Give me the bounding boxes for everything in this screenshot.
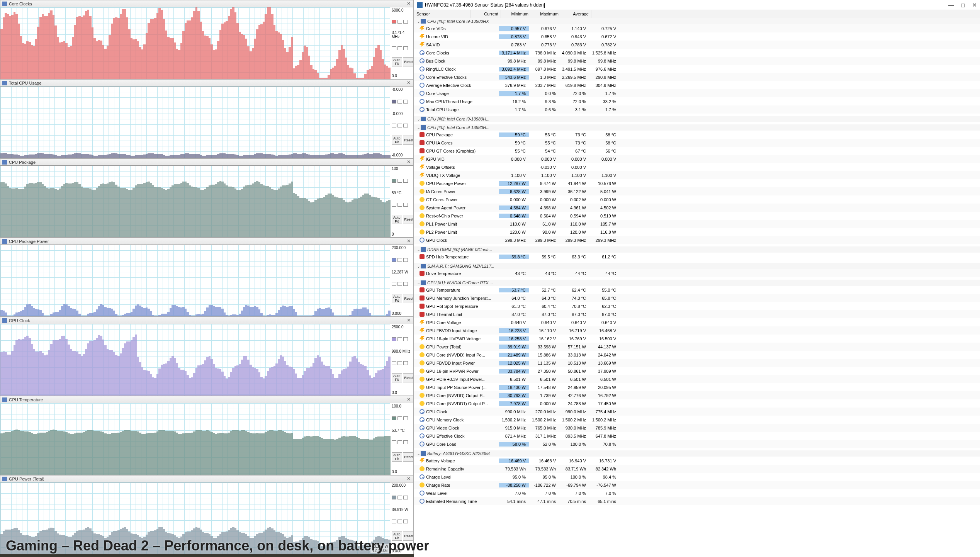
sensor-row[interactable]: GPU Core Load 58.0 % 52.0 % 100.0 % 70.8… (414, 440, 980, 448)
swatch-empty[interactable] (403, 46, 408, 50)
sensor-row[interactable]: CPU Package Power 12.287 W 9.474 W 41.94… (414, 179, 980, 187)
series-swatch[interactable] (392, 100, 396, 104)
autofit-button[interactable]: Auto Fit (392, 215, 402, 224)
expand-icon[interactable]: ⌄ (416, 19, 421, 24)
autofit-button[interactable]: Auto Fit (392, 373, 402, 382)
sensor-row[interactable]: GPU Power (Total) 39.919 W 33.598 W 57.1… (414, 343, 980, 351)
sensor-row[interactable]: GPU Memory Junction Temperat... 64.0 °C … (414, 294, 980, 302)
chart-close-icon[interactable]: ✕ (406, 1, 411, 7)
sensor-row[interactable]: Remaining Capacity 79.533 Wh 79.533 Wh 8… (414, 465, 980, 473)
sensor-row[interactable]: GPU 16-pin HVPWR Voltage 16.258 V 16.162… (414, 335, 980, 343)
sensor-row[interactable]: Rest-of-Chip Power 0.548 W 0.504 W 0.594… (414, 212, 980, 220)
swatch-empty[interactable] (403, 282, 408, 286)
sensor-row[interactable]: Total CPU Usage 1.7 % 0.6 % 3.1 % 1.7 % (414, 105, 980, 114)
sensor-row[interactable]: Charge Level 95.0 % 95.0 % 100.0 % 98.4 … (414, 473, 980, 481)
sensor-row[interactable]: Uncore VID 0.878 V 0.658 V 0.943 V 0.672… (414, 32, 980, 41)
swatch-empty[interactable] (397, 203, 402, 207)
swatch-empty[interactable] (392, 124, 396, 127)
autofit-button[interactable]: Auto Fit (392, 294, 402, 303)
sensor-row[interactable]: PL1 Power Limit 110.0 W 61.0 W 110.0 W 1… (414, 220, 980, 228)
chart-close-icon[interactable]: ✕ (406, 318, 411, 323)
sensor-group[interactable]: ⌄CPU [#0]: Intel Core i9-13980HX (414, 18, 980, 24)
chart-header[interactable]: GPU Power (Total) ✕ (0, 475, 413, 482)
sensor-row[interactable]: iGPU VID 0.000 V 0.000 V 0.000 V 0.000 V (414, 155, 980, 163)
maximize-button[interactable]: ◻ (961, 2, 965, 8)
swatch-empty[interactable] (403, 496, 408, 499)
sensor-row[interactable]: GPU FBVDD Input Voltage 16.228 V 16.110 … (414, 326, 980, 335)
swatch-empty[interactable] (392, 46, 396, 50)
swatch-empty[interactable] (397, 416, 402, 420)
swatch-empty[interactable] (392, 203, 396, 207)
sensor-row[interactable]: GPU Core (NVVDD) Input Po... 21.489 W 15… (414, 351, 980, 359)
sensor-row[interactable]: Bus Clock 99.8 MHz 99.8 MHz 99.8 MHz 99.… (414, 57, 980, 65)
sensor-row[interactable]: Estimated Remaining Time 54.1 mins 47.1 … (414, 497, 980, 505)
swatch-empty[interactable] (403, 20, 408, 24)
chart-close-icon[interactable]: ✕ (406, 476, 411, 482)
swatch-empty[interactable] (403, 100, 408, 104)
series-swatch[interactable] (392, 337, 396, 341)
series-swatch[interactable] (392, 258, 396, 262)
series-swatch[interactable] (392, 179, 396, 183)
sensor-row[interactable]: Average Effective Clock 376.9 MHz 233.7 … (414, 81, 980, 89)
expand-icon[interactable]: ⌄ (416, 248, 421, 252)
swatch-empty[interactable] (397, 20, 402, 24)
sensor-row[interactable]: GPU Clock 990.0 MHz 270.0 MHz 990.0 MHz … (414, 408, 980, 416)
swatch-empty[interactable] (403, 124, 408, 127)
swatch-empty[interactable] (397, 100, 402, 104)
swatch-empty[interactable] (397, 361, 402, 365)
sensor-row[interactable]: GPU Effective Clock 871.4 MHz 317.1 MHz … (414, 432, 980, 440)
sensor-row[interactable]: GPU Thermal Limit 87.0 °C 87.0 °C 87.0 °… (414, 310, 980, 318)
chart-header[interactable]: GPU Temperature ✕ (0, 396, 413, 403)
sensor-row[interactable]: Ring/LLC Clock 3,092.4 MHz 897.8 MHz 3,4… (414, 65, 980, 73)
reset-button[interactable]: Reset (403, 215, 413, 224)
sensor-row[interactable]: GPU Clock 299.3 MHz 299.3 MHz 299.3 MHz … (414, 236, 980, 244)
sensor-row[interactable]: GPU PCIe +3.3V Input Power... 6.501 W 6.… (414, 375, 980, 383)
sensor-row[interactable]: Core Effective Clocks 343.6 MHz 1.3 MHz … (414, 73, 980, 81)
sensor-row[interactable]: GPU FBVDD Input Power 12.025 W 11.135 W … (414, 359, 980, 367)
swatch-empty[interactable] (403, 337, 408, 341)
expand-icon[interactable]: ⌄ (416, 281, 421, 285)
reset-button[interactable]: Reset (403, 294, 413, 303)
sensor-group[interactable]: ⌄CPU [#0]: Intel Core i9-13980H... (414, 124, 980, 131)
sensor-group[interactable]: ⌄DDR5 DIMM [#0] (BANK 0/Contr... (414, 246, 980, 253)
autofit-button[interactable]: Auto Fit (392, 452, 402, 462)
sensor-row[interactable]: GPU 16-pin HVPWR Power 33.784 W 27.350 W… (414, 367, 980, 375)
series-swatch[interactable] (392, 20, 396, 24)
swatch-empty[interactable] (392, 282, 396, 286)
expand-icon[interactable]: ⌄ (416, 452, 421, 456)
sensor-row[interactable]: GPU Core (NVVDD) Output P... 30.793 W 1.… (414, 391, 980, 399)
chart-header[interactable]: GPU Clock ✕ (0, 317, 413, 324)
sensor-row[interactable]: GPU Core (NVVDD1) Output P... 7.978 W 0.… (414, 399, 980, 408)
swatch-empty[interactable] (403, 416, 408, 420)
sensor-row[interactable]: Max CPU/Thread Usage 16.2 % 9.3 % 72.0 %… (414, 97, 980, 105)
swatch-empty[interactable] (392, 361, 396, 365)
swatch-empty[interactable] (403, 179, 408, 183)
sensor-row[interactable]: GPU Memory Clock 1,500.2 MHz 1,500.2 MHz… (414, 416, 980, 424)
autofit-button[interactable]: Auto Fit (392, 136, 402, 145)
swatch-empty[interactable] (397, 179, 402, 183)
swatch-empty[interactable] (397, 124, 402, 127)
reset-button[interactable]: Reset (403, 57, 413, 66)
sensor-row[interactable]: CPU IA Cores 59 °C 55 °C 73 °C 58 °C (414, 139, 980, 147)
sensor-row[interactable]: IA Cores Power 6.628 W 3.999 W 36.122 W … (414, 187, 980, 195)
chart-close-icon[interactable]: ✕ (406, 397, 411, 402)
autofit-button[interactable]: Auto Fit (392, 57, 402, 66)
swatch-empty[interactable] (403, 258, 408, 262)
chart-close-icon[interactable]: ✕ (406, 239, 411, 244)
chart-close-icon[interactable]: ✕ (406, 160, 411, 165)
sensor-row[interactable]: Battery Voltage 16.469 V 16.468 V 16.940… (414, 457, 980, 465)
col-sensor[interactable]: Sensor (414, 10, 471, 18)
sensor-group[interactable]: ⌄S.M.A.R.T.: SAMSUNG MZVL21T... (414, 263, 980, 269)
col-current[interactable]: Current (471, 10, 501, 18)
chart-close-icon[interactable]: ✕ (406, 80, 411, 86)
expand-icon[interactable]: ⌄ (416, 126, 421, 130)
reset-button[interactable]: Reset (403, 373, 413, 382)
sensor-row[interactable]: GPU Hot Spot Temperature 61.3 °C 60.4 °C… (414, 302, 980, 310)
swatch-empty[interactable] (397, 337, 402, 341)
sensor-row[interactable]: Voltage Offsets -0.030 V 0.000 V (414, 163, 980, 171)
sensor-row[interactable]: Core Usage 1.7 % 0.0 % 72.0 % 1.7 % (414, 89, 980, 97)
sensor-row[interactable]: Charge Rate -88.258 W -106.722 W -69.794… (414, 481, 980, 489)
swatch-empty[interactable] (403, 361, 408, 365)
col-maximum[interactable]: Maximum (531, 10, 561, 18)
sensor-row[interactable]: Drive Temperature 43 °C 43 °C 44 °C 44 °… (414, 269, 980, 277)
